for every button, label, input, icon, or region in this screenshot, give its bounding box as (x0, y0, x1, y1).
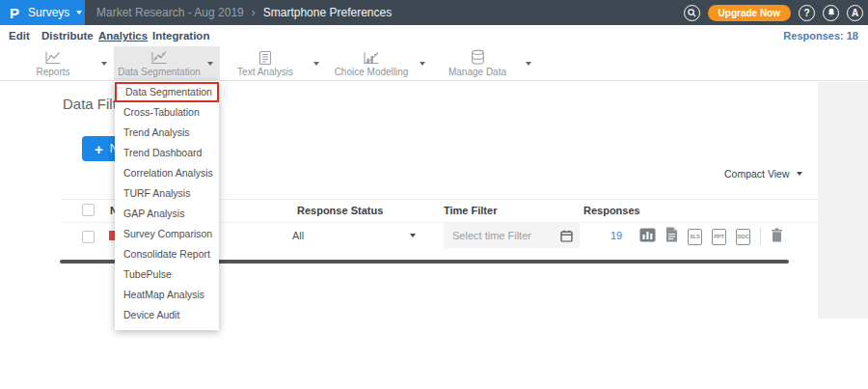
data-segmentation-dropdown: Data Segmentation Cross-Tabulation Trend… (115, 81, 219, 330)
tab-edit[interactable]: Edit (9, 25, 30, 46)
menu-item-cross-tabulation[interactable]: Cross-Tabulation (115, 102, 219, 123)
xls-file-icon: XLS (690, 234, 700, 239)
help-button[interactable]: ? (799, 5, 815, 21)
chevron-down-icon[interactable] (207, 62, 213, 66)
topbar-actions: Upgrade Now ? A (684, 0, 863, 25)
chevron-down-icon[interactable] (410, 234, 416, 237)
bar-chart-icon (639, 228, 656, 242)
toolbar-item-label: Data Segmentation (114, 67, 204, 77)
chevron-down-icon (76, 11, 82, 14)
breadcrumb-separator-icon: › (252, 6, 256, 19)
toolbar-item-manage-data[interactable]: Manage Data (432, 46, 538, 81)
menu-item-data-segmentation[interactable]: Data Segmentation (115, 82, 219, 102)
database-icon (432, 49, 523, 66)
toolbar-item-choice-modelling[interactable]: Choice Modelling (326, 46, 432, 81)
col-header-responses: Responses (583, 205, 640, 216)
select-all-checkbox[interactable] (82, 204, 95, 216)
menu-item-consolidate-report[interactable]: Consolidate Report (115, 244, 219, 264)
top-bar: P Surveys Market Research - Aug 2019 › S… (0, 0, 868, 25)
compact-view-select[interactable]: Compact View (724, 166, 802, 181)
app-window: P Surveys Market Research - Aug 2019 › S… (0, 0, 868, 389)
menu-item-heatmap-analysis[interactable]: HeatMap Analysis (115, 285, 219, 305)
text-document-icon (220, 49, 311, 66)
chevron-down-icon (797, 172, 802, 176)
questionpro-logo-icon: P (10, 5, 19, 21)
col-header-time-filter: Time Filter (444, 205, 497, 216)
chart-report-button[interactable] (639, 228, 656, 246)
trash-icon (771, 228, 783, 242)
export-ppt-button[interactable]: PPT (712, 229, 726, 245)
menu-item-device-audit[interactable]: Device Audit (115, 305, 219, 325)
menu-item-trend-dashboard[interactable]: Trend Dashboard (115, 143, 219, 163)
analytics-toolbar: Reports Data Segmentation (0, 46, 868, 81)
calendar-icon[interactable] (560, 229, 573, 246)
menu-bar: Edit Distribute Analytics Integration Re… (0, 25, 868, 47)
response-status-select[interactable]: All (292, 230, 304, 241)
search-icon (688, 9, 696, 17)
toolbar-item-text-analysis[interactable]: Text Analysis (220, 46, 326, 81)
toolbar-item-label: Text Analysis (220, 67, 311, 77)
notifications-button[interactable] (823, 5, 839, 21)
breadcrumb-parent[interactable]: Market Research - Aug 2019 (96, 6, 244, 19)
tab-distribute[interactable]: Distribute (41, 25, 94, 46)
scatter-plot-icon (114, 49, 204, 66)
surveys-label: Surveys (28, 6, 69, 19)
chevron-down-icon[interactable] (420, 62, 425, 66)
row-actions: XLS PPT DOC (639, 228, 783, 245)
document-icon (665, 227, 678, 242)
responses-count-badge: Responses: 18 (783, 25, 858, 46)
tab-analytics[interactable]: Analytics (98, 25, 148, 46)
toolbar-item-reports[interactable]: Reports (8, 46, 114, 81)
search-button[interactable] (684, 5, 700, 21)
toolbar-item-label: Choice Modelling (326, 67, 417, 77)
upgrade-now-button[interactable]: Upgrade Now (708, 5, 791, 21)
doc-file-icon: DOC (737, 234, 748, 239)
document-report-button[interactable] (665, 227, 678, 246)
compact-view-label: Compact View (724, 168, 790, 180)
chevron-down-icon[interactable] (313, 62, 319, 66)
menu-item-survey-comparison[interactable]: Survey Comparison (115, 224, 219, 244)
toolbar-item-label: Manage Data (432, 67, 523, 77)
ppt-file-icon: PPT (714, 234, 724, 239)
time-filter-input[interactable] (444, 223, 580, 248)
bar-curve-chart-icon (326, 49, 417, 66)
tab-integration[interactable]: Integration (152, 25, 209, 46)
breadcrumb: Market Research - Aug 2019 › Smartphone … (96, 0, 392, 25)
menu-item-correlation-analysis[interactable]: Correlation Analysis (115, 163, 219, 183)
avatar-button[interactable]: A (847, 5, 863, 21)
menu-item-tubepulse[interactable]: TubePulse (115, 264, 219, 285)
time-filter-field (444, 223, 580, 248)
delete-filter-button[interactable] (771, 228, 783, 246)
actions-divider (760, 228, 761, 245)
row-responses-count[interactable]: 19 (610, 230, 622, 241)
bell-icon (827, 8, 836, 17)
menu-item-turf-analysis[interactable]: TURF Analysis (115, 183, 219, 204)
menu-item-gap-analysis[interactable]: GAP Analysis (115, 204, 219, 224)
row-checkbox[interactable] (82, 231, 95, 243)
plus-icon: + (95, 142, 103, 156)
toolbar-item-data-segmentation[interactable]: Data Segmentation (114, 46, 220, 81)
col-header-response-status: Response Status (297, 205, 383, 216)
page-background-margin (818, 82, 868, 319)
menu-item-trend-analysis[interactable]: Trend Analysis (115, 123, 219, 143)
breadcrumb-current: Smartphone Preferences (263, 6, 392, 19)
export-doc-button[interactable]: DOC (736, 229, 750, 245)
line-chart-icon (8, 49, 98, 66)
chevron-down-icon[interactable] (526, 62, 531, 66)
toolbar-item-label: Reports (8, 67, 98, 77)
chevron-down-icon[interactable] (101, 62, 107, 66)
surveys-menu[interactable]: P Surveys (0, 0, 85, 25)
export-xls-button[interactable]: XLS (688, 229, 702, 245)
